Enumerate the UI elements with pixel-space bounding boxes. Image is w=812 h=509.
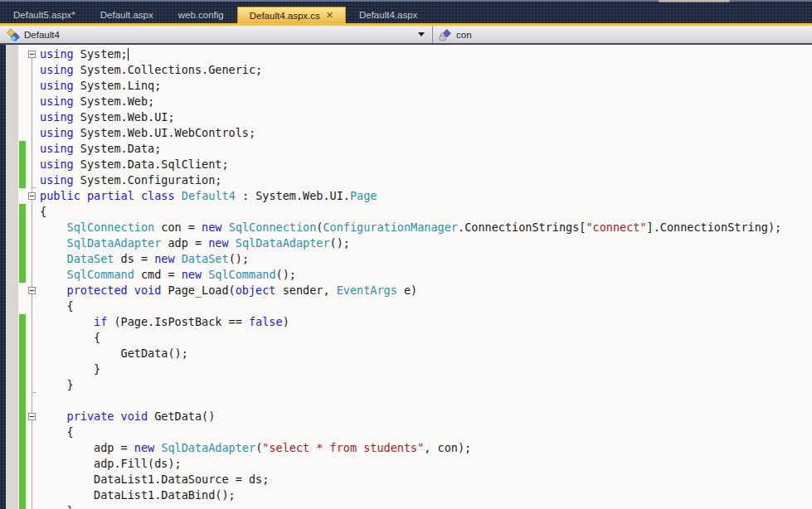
code-text: { (40, 298, 812, 314)
code-text: } (40, 377, 812, 393)
code-text: { (40, 330, 812, 346)
code-line-26[interactable]: adp = new SqlDataAdapter("select * from … (0, 440, 812, 456)
code-text: using System.Collections.Generic; (40, 62, 812, 78)
tab-label: Default5.aspx* (13, 10, 75, 20)
code-text: using System.Linq; (40, 78, 812, 94)
fold-collapse-icon[interactable] (28, 51, 36, 58)
code-line-30[interactable]: } (0, 503, 812, 509)
code-line-6[interactable]: using System.Web.UI.WebControls; (0, 125, 812, 141)
fold-end-tick (32, 392, 36, 393)
tab-default4-aspx[interactable]: Default4.aspx (348, 7, 429, 23)
code-text: using System.Data; (40, 141, 812, 157)
code-line-29[interactable]: DataList1.DataBind(); (0, 487, 812, 503)
code-text: DataList1.DataBind(); (40, 487, 812, 503)
type-dropdown[interactable]: Default4 (0, 26, 432, 43)
tab-default-aspx[interactable]: Default.aspx (89, 7, 165, 23)
tab-label: Default4.aspx.cs (250, 11, 320, 21)
tab-default5-aspx-[interactable]: Default5.aspx* (2, 7, 87, 23)
change-tracking-bar (19, 172, 26, 188)
change-tracking-bar (19, 472, 26, 487)
member-dropdown-value: con (456, 30, 472, 40)
change-tracking-bar (19, 456, 26, 472)
tab-label: Default4.aspx (359, 10, 417, 20)
code-text: using System.Web; (40, 94, 812, 109)
change-tracking-bar (19, 141, 26, 157)
fold-collapse-icon[interactable] (28, 192, 36, 200)
change-tracking-bar (19, 235, 26, 251)
code-line-1[interactable]: using System; (0, 46, 812, 62)
change-tracking-bar (19, 440, 26, 456)
code-editor[interactable]: using System;using System.Collections.Ge… (0, 45, 812, 509)
code-text: SqlDataAdapter adp = new SqlDataAdapter(… (40, 235, 812, 251)
tab-label: web.config (178, 10, 224, 20)
tab-default4-aspx-cs[interactable]: Default4.aspx.cs✕ (237, 7, 346, 23)
code-line-28[interactable]: DataList1.DataSource = ds; (0, 472, 812, 487)
tab-label: Default.aspx (100, 10, 153, 20)
fold-end-tick (32, 187, 36, 188)
change-tracking-bar (19, 409, 26, 424)
code-line-25[interactable]: { (0, 424, 812, 440)
code-line-20[interactable]: GetData(); (0, 346, 812, 361)
code-line-23[interactable] (0, 393, 812, 409)
change-tracking-bar (19, 503, 26, 509)
code-line-5[interactable]: using System.Web.UI; (0, 109, 812, 125)
fold-collapse-icon[interactable] (28, 413, 36, 420)
code-line-11[interactable]: { (0, 204, 812, 220)
change-tracking-bar (19, 220, 26, 235)
change-tracking-bar (19, 424, 26, 440)
navigation-bar: Default4 con (0, 26, 812, 45)
code-text: } (40, 503, 812, 509)
code-text: adp = new SqlDataAdapter("select * from … (40, 440, 812, 456)
change-tracking-bar (19, 157, 26, 172)
code-text: using System.Data.SqlClient; (40, 157, 812, 172)
code-line-22[interactable]: } (0, 377, 812, 393)
close-icon[interactable]: ✕ (326, 11, 333, 20)
member-dropdown[interactable]: con (433, 26, 812, 43)
code-text: { (40, 204, 812, 220)
code-text: SqlCommand cmd = new SqlCommand(); (40, 267, 812, 283)
code-line-24[interactable]: private void GetData() (0, 409, 812, 424)
code-line-14[interactable]: DataSet ds = new DataSet(); (0, 251, 812, 267)
change-tracking-bar (19, 393, 26, 409)
cropped-overlay-fragment (658, 0, 731, 2)
code-text: } (40, 361, 812, 377)
fold-collapse-icon[interactable] (28, 287, 36, 294)
code-text: adp.Fill(ds); (40, 456, 812, 472)
code-lines: using System;using System.Collections.Ge… (0, 46, 812, 509)
change-tracking-bar (19, 346, 26, 361)
code-line-10[interactable]: public partial class Default4 : System.W… (0, 188, 812, 204)
code-line-12[interactable]: SqlConnection con = new SqlConnection(Co… (0, 220, 812, 235)
change-tracking-bar (19, 361, 26, 377)
tab-web-config[interactable]: web.config (167, 7, 236, 23)
chevron-down-icon[interactable] (418, 32, 425, 36)
class-icon (7, 28, 20, 41)
code-line-3[interactable]: using System.Linq; (0, 78, 812, 94)
code-line-9[interactable]: using System.Configuration; (0, 172, 812, 188)
code-line-2[interactable]: using System.Collections.Generic; (0, 62, 812, 78)
code-text: { (40, 424, 812, 440)
code-line-21[interactable]: } (0, 361, 812, 377)
code-line-4[interactable]: using System.Web; (0, 94, 812, 109)
code-line-8[interactable]: using System.Data.SqlClient; (0, 157, 812, 172)
code-text: DataSet ds = new DataSet(); (40, 251, 812, 267)
code-line-17[interactable]: { (0, 298, 812, 314)
change-tracking-bar (19, 377, 26, 393)
code-text: protected void Page_Load(object sender, … (40, 283, 812, 298)
code-line-27[interactable]: adp.Fill(ds); (0, 456, 812, 472)
code-text: using System; (40, 46, 812, 62)
change-tracking-bar (19, 267, 26, 283)
code-line-18[interactable]: if (Page.IsPostBack == false) (0, 314, 812, 330)
code-text: SqlConnection con = new SqlConnection(Co… (40, 220, 812, 235)
change-tracking-bar (19, 330, 26, 346)
change-tracking-bar (19, 314, 26, 330)
code-line-19[interactable]: { (0, 330, 812, 346)
code-line-7[interactable]: using System.Data; (0, 141, 812, 157)
code-line-15[interactable]: SqlCommand cmd = new SqlCommand(); (0, 267, 812, 283)
code-line-16[interactable]: protected void Page_Load(object sender, … (0, 283, 812, 298)
tab-bar: Default5.aspx*Default.aspxweb.configDefa… (0, 0, 812, 23)
code-line-13[interactable]: SqlDataAdapter adp = new SqlDataAdapter(… (0, 235, 812, 251)
code-text: if (Page.IsPostBack == false) (40, 314, 812, 330)
code-text: public partial class Default4 : System.W… (40, 188, 812, 204)
code-text: using System.Web.UI; (40, 109, 812, 125)
code-text: DataList1.DataSource = ds; (40, 472, 812, 487)
